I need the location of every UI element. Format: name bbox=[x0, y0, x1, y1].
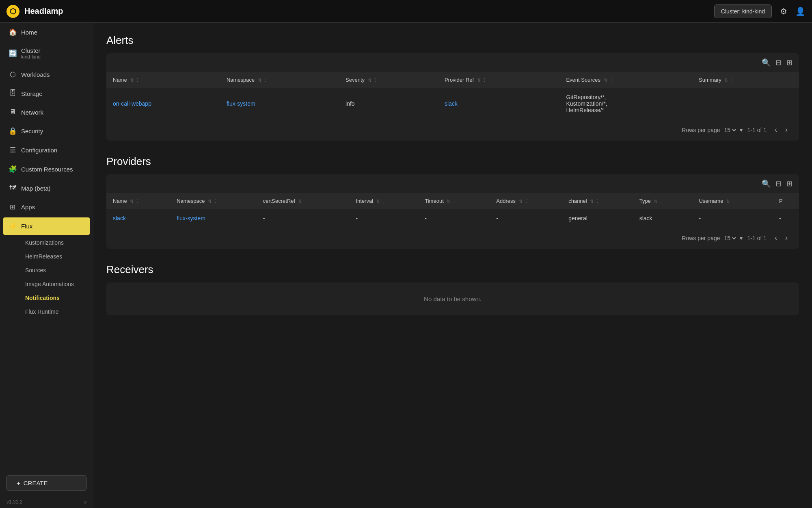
alerts-filter-icon[interactable]: ⊟ bbox=[775, 58, 782, 67]
providers-page-nav: ‹ › bbox=[771, 232, 791, 244]
sidebar-sub-kustomizations[interactable]: Kustomizations bbox=[20, 236, 93, 250]
create-plus-icon: + bbox=[17, 480, 20, 486]
provider-namespace-link[interactable]: flux-system bbox=[177, 215, 205, 221]
providers-next-btn[interactable]: › bbox=[782, 232, 791, 244]
chan-sort-icon[interactable]: ⇅ bbox=[590, 199, 594, 204]
sidebar-item-flux[interactable]: ⚡ Flux bbox=[3, 217, 90, 235]
cert-menu-icon[interactable]: ⋮ bbox=[304, 199, 308, 204]
rows-per-page-select[interactable]: 15 bbox=[723, 126, 737, 134]
sidebar-item-home[interactable]: 🏠 Home bbox=[0, 23, 93, 42]
tout-menu-icon[interactable]: ⋮ bbox=[452, 199, 456, 204]
providers-col-cert: certSecretRef ⇅⋮ bbox=[257, 193, 350, 209]
alerts-prev-btn[interactable]: ‹ bbox=[771, 124, 780, 136]
name-menu-icon[interactable]: ⋮ bbox=[135, 78, 140, 82]
pname-menu-icon[interactable]: ⋮ bbox=[135, 199, 140, 204]
custom-resources-icon: 🧩 bbox=[8, 165, 17, 174]
sidebar-item-label: Configuration bbox=[21, 147, 57, 154]
map-icon: 🗺 bbox=[8, 184, 17, 192]
providers-row-address: - bbox=[490, 209, 562, 228]
user-icon[interactable]: 👤 bbox=[795, 7, 806, 16]
providers-prev-btn[interactable]: ‹ bbox=[771, 232, 780, 244]
sidebar-item-configuration[interactable]: ☰ Configuration bbox=[0, 141, 93, 160]
settings-icon[interactable]: ⚙ bbox=[780, 7, 787, 16]
providers-col-p: P bbox=[773, 193, 799, 209]
providers-columns-icon[interactable]: ⊞ bbox=[786, 179, 793, 188]
version-icon: ⎋ bbox=[84, 499, 86, 505]
pref-menu-icon[interactable]: ⋮ bbox=[482, 78, 487, 82]
alert-namespace-link[interactable]: flux-system bbox=[227, 100, 255, 107]
provider-name-link[interactable]: slack bbox=[113, 215, 126, 221]
sidebar-sub-helmreleases[interactable]: HelmReleases bbox=[20, 250, 93, 263]
sidebar-item-map[interactable]: 🗺 Map (beta) bbox=[0, 179, 93, 198]
chan-menu-icon[interactable]: ⋮ bbox=[595, 199, 600, 204]
pns-menu-icon[interactable]: ⋮ bbox=[213, 199, 218, 204]
providers-col-interval: Interval ⇅⋮ bbox=[349, 193, 418, 209]
app-logo: ⬡ bbox=[6, 5, 19, 18]
sidebar-sub-flux-runtime[interactable]: Flux Runtime bbox=[20, 305, 93, 319]
es-menu-icon[interactable]: ⋮ bbox=[609, 78, 613, 82]
providers-rows-per-page-select[interactable]: 15 bbox=[723, 234, 737, 242]
name-sort-icon[interactable]: ⇅ bbox=[130, 78, 134, 82]
sidebar-sub-notifications[interactable]: Notifications bbox=[20, 291, 93, 305]
alerts-columns-icon[interactable]: ⊞ bbox=[786, 58, 793, 67]
sev-menu-icon[interactable]: ⋮ bbox=[373, 78, 378, 82]
cluster-button[interactable]: Cluster: kind-kind bbox=[714, 4, 772, 18]
ns-menu-icon[interactable]: ⋮ bbox=[263, 78, 268, 82]
sidebar-item-workloads[interactable]: ⬡ Workloads bbox=[0, 65, 93, 84]
tout-sort-icon[interactable]: ⇅ bbox=[447, 199, 450, 204]
logo-char: ⬡ bbox=[10, 7, 16, 16]
alerts-search-icon[interactable]: 🔍 bbox=[762, 58, 771, 67]
sidebar-item-security[interactable]: 🔒 Security bbox=[0, 122, 93, 141]
providers-col-name: Name ⇅⋮ bbox=[106, 193, 170, 209]
alerts-col-severity: Severity ⇅⋮ bbox=[339, 72, 438, 88]
apps-icon: ⊞ bbox=[8, 203, 17, 211]
alert-provider-link[interactable]: slack bbox=[445, 100, 458, 107]
receivers-title: Receivers bbox=[106, 263, 799, 276]
cert-sort-icon[interactable]: ⇅ bbox=[298, 199, 302, 204]
alerts-col-summary: Summary ⇅⋮ bbox=[692, 72, 799, 88]
sum-sort-icon[interactable]: ⇅ bbox=[724, 78, 728, 82]
ns-sort-icon[interactable]: ⇅ bbox=[258, 78, 261, 82]
providers-chevron: ▾ bbox=[740, 235, 743, 241]
addr-menu-icon[interactable]: ⋮ bbox=[524, 199, 529, 204]
alerts-row-provider-ref: slack bbox=[438, 88, 560, 119]
user-sort-icon[interactable]: ⇅ bbox=[726, 199, 730, 204]
sidebar-item-cluster[interactable]: 🔄 Cluster kind-kind bbox=[0, 42, 93, 65]
user-menu-icon[interactable]: ⋮ bbox=[732, 199, 736, 204]
alerts-next-btn[interactable]: › bbox=[782, 124, 791, 136]
sidebar-item-apps[interactable]: ⊞ Apps bbox=[0, 198, 93, 217]
sidebar-sub-sources[interactable]: Sources bbox=[20, 263, 93, 277]
alert-name-link[interactable]: on-call-webapp bbox=[113, 100, 151, 107]
sidebar-sub-image-automations[interactable]: Image Automations bbox=[20, 277, 93, 291]
sidebar-item-label: Workloads bbox=[21, 71, 50, 78]
providers-col-address: Address ⇅⋮ bbox=[490, 193, 562, 209]
sidebar-item-network[interactable]: 🖥 Network bbox=[0, 103, 93, 122]
es-sort-icon[interactable]: ⇅ bbox=[604, 78, 607, 82]
providers-filter-icon[interactable]: ⊟ bbox=[775, 179, 782, 188]
app-name: Headlamp bbox=[24, 7, 63, 16]
home-icon: 🏠 bbox=[8, 28, 17, 37]
int-sort-icon[interactable]: ⇅ bbox=[376, 199, 380, 204]
table-row: on-call-webapp flux-system info slack Gi… bbox=[106, 88, 799, 119]
alerts-col-provider-ref: Provider Ref ⇅⋮ bbox=[438, 72, 560, 88]
pns-sort-icon[interactable]: ⇅ bbox=[208, 199, 212, 204]
providers-rows-per-page: Rows per page 15 ▾ bbox=[682, 234, 742, 242]
type-menu-icon[interactable]: ⋮ bbox=[659, 199, 663, 204]
int-menu-icon[interactable]: ⋮ bbox=[382, 199, 386, 204]
sidebar-item-custom-resources[interactable]: 🧩 Custom Resources bbox=[0, 160, 93, 179]
configuration-icon: ☰ bbox=[8, 146, 17, 154]
addr-sort-icon[interactable]: ⇅ bbox=[519, 199, 523, 204]
sidebar-item-storage[interactable]: 🗄 Storage bbox=[0, 84, 93, 103]
providers-col-username: Username ⇅⋮ bbox=[692, 193, 773, 209]
pname-sort-icon[interactable]: ⇅ bbox=[130, 199, 134, 204]
sev-sort-icon[interactable]: ⇅ bbox=[368, 78, 371, 82]
providers-row-p: - bbox=[773, 209, 799, 228]
pref-sort-icon[interactable]: ⇅ bbox=[477, 78, 481, 82]
sum-menu-icon[interactable]: ⋮ bbox=[730, 78, 734, 82]
type-sort-icon[interactable]: ⇅ bbox=[654, 199, 657, 204]
sidebar-item-label: Security bbox=[21, 128, 43, 135]
providers-search-icon[interactable]: 🔍 bbox=[762, 179, 771, 188]
providers-row-type: slack bbox=[633, 209, 693, 228]
alerts-row-summary bbox=[692, 88, 799, 119]
create-button[interactable]: + CREATE bbox=[6, 475, 86, 491]
